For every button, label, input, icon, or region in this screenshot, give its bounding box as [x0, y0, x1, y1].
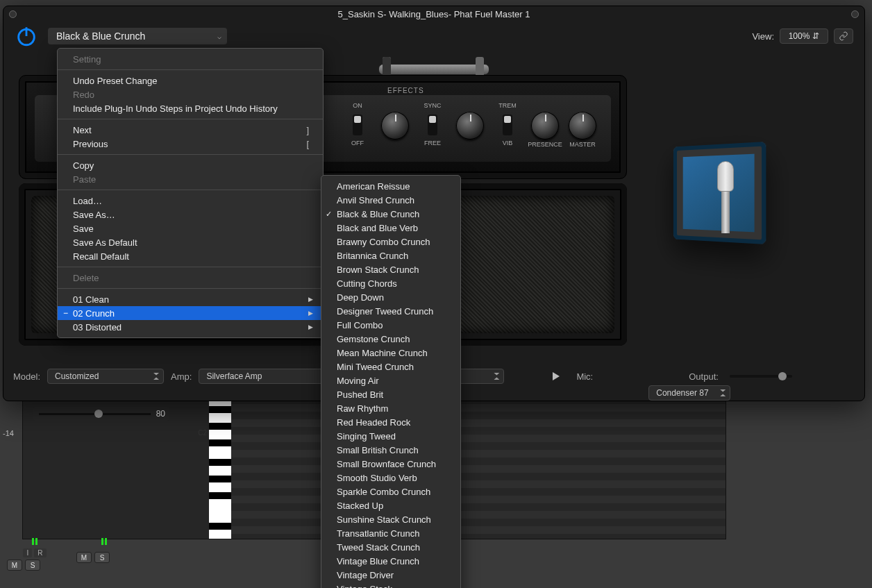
menu-item[interactable]: Save As Default: [58, 235, 323, 249]
amp-control[interactable]: ONOFF: [339, 99, 376, 149]
solo-button[interactable]: S: [94, 552, 110, 563]
model-dropdown[interactable]: Customized: [47, 369, 164, 384]
submenu-item[interactable]: Mean Machine Crunch: [321, 346, 460, 360]
menu-item[interactable]: Recall Default: [58, 249, 323, 263]
submenu-item[interactable]: Singing Tweed: [321, 429, 460, 443]
midi-grid[interactable]: [231, 396, 726, 539]
switch-icon[interactable]: [428, 115, 437, 135]
submenu-item[interactable]: Moving Air: [321, 373, 460, 387]
amp-control[interactable]: [451, 99, 489, 149]
knob-icon[interactable]: [381, 112, 409, 140]
submenu-item[interactable]: Anvil Shred Crunch: [321, 193, 460, 207]
menu-item[interactable]: 03 Distorted: [58, 320, 323, 334]
submenu-item[interactable]: Transatlantic Crunch: [321, 526, 460, 540]
submenu-item[interactable]: Sparkle Combo Crunch: [321, 485, 460, 498]
velocity-slider[interactable]: [39, 413, 151, 415]
submenu-item[interactable]: Black & Blue Crunch: [321, 207, 460, 221]
slider-thumb[interactable]: [94, 410, 103, 418]
channel-strip-2: MS: [76, 538, 132, 580]
submenu-item[interactable]: Vintage Driver: [321, 568, 460, 582]
submenu-item[interactable]: Brawny Combo Crunch: [321, 235, 460, 249]
submenu-item[interactable]: Deep Down: [321, 290, 460, 304]
shortcut-label: [: [306, 139, 309, 149]
submenu-item[interactable]: Red Headed Rock: [321, 415, 460, 429]
menu-item[interactable]: Undo Preset Change: [58, 74, 323, 87]
mute-button[interactable]: M: [76, 552, 92, 563]
control-top-label: TREM: [498, 102, 517, 110]
record-btn[interactable]: R: [34, 548, 46, 557]
menu-item: Redo: [58, 87, 323, 101]
menu-item[interactable]: Save: [58, 221, 323, 235]
submenu-item[interactable]: American Reissue: [321, 179, 460, 193]
effects-header: EFFECTS: [387, 87, 424, 94]
menu-item[interactable]: Include Plug-In Undo Steps in Project Un…: [58, 101, 323, 115]
submenu-item[interactable]: Designer Tweed Crunch: [321, 304, 460, 318]
submenu-item[interactable]: Vintage Blue Crunch: [321, 554, 460, 568]
menu-item[interactable]: Save As…: [58, 208, 323, 221]
input-btn[interactable]: I: [23, 548, 32, 557]
menu-item[interactable]: Next]: [58, 123, 323, 137]
amp-control[interactable]: TREMVIB: [489, 99, 526, 149]
menu-separator: [58, 154, 323, 155]
menu-item: Setting: [58, 52, 323, 66]
submenu-item[interactable]: Sunshine Stack Crunch: [321, 512, 460, 526]
microphone-icon[interactable]: [717, 161, 734, 230]
submenu-item[interactable]: Smooth Studio Verb: [321, 471, 460, 485]
submenu-item[interactable]: Britannica Crunch: [321, 249, 460, 262]
menu-item[interactable]: Copy: [58, 158, 323, 172]
submenu-item[interactable]: Small British Crunch: [321, 443, 460, 457]
link-button[interactable]: [834, 28, 853, 44]
submenu-item[interactable]: Stacked Up: [321, 498, 460, 512]
menu-separator: [58, 119, 323, 119]
amp-control[interactable]: SYNCFREE: [414, 99, 451, 149]
window-titlebar[interactable]: 5_Saskin S- Walking_Blues- Phat Fuel Mas…: [3, 6, 864, 22]
preset-dropdown[interactable]: Black & Blue Crunch ⌵: [48, 28, 227, 44]
submenu-item[interactable]: Cutting Chords: [321, 276, 460, 290]
amp-control[interactable]: [376, 99, 414, 149]
submenu-item[interactable]: Gemstone Crunch: [321, 332, 460, 346]
window-button[interactable]: [851, 10, 859, 18]
submenu-item[interactable]: Raw Rhythm: [321, 401, 460, 415]
control-bottom-label: OFF: [351, 140, 364, 148]
menu-separator: [58, 69, 323, 70]
submenu-item[interactable]: Full Combo: [321, 318, 460, 332]
menu-item[interactable]: 02 Crunch: [58, 306, 323, 320]
preset-name: Black & Blue Crunch: [56, 31, 145, 42]
zoom-dropdown[interactable]: 100%⇵: [780, 28, 828, 44]
switch-icon[interactable]: [503, 115, 512, 135]
submenu-item[interactable]: Tweed Stack Crunch: [321, 540, 460, 554]
submenu-item[interactable]: Mini Tweed Crunch: [321, 360, 460, 373]
plugin-toolbar: Black & Blue Crunch ⌵ View: 100%⇵: [3, 22, 864, 50]
knob-icon[interactable]: [531, 112, 559, 140]
chevron-down-icon: ⌵: [217, 33, 221, 40]
submenu-item[interactable]: Black and Blue Verb: [321, 221, 460, 235]
velocity-value: 80: [156, 409, 169, 419]
amp-control[interactable]: PRESENCE: [526, 99, 564, 149]
close-icon[interactable]: [9, 10, 17, 18]
mute-button[interactable]: M: [7, 560, 22, 571]
knob-icon[interactable]: [456, 112, 484, 140]
menu-item[interactable]: Previous[: [58, 137, 323, 151]
mic-dropdown[interactable]: Condenser 87: [648, 385, 730, 401]
amp-control[interactable]: MASTER: [564, 99, 601, 149]
piano-keys[interactable]: [209, 396, 231, 539]
mic-label: Mic:: [576, 371, 593, 382]
power-button[interactable]: [15, 24, 38, 48]
control-top-label: ON: [353, 102, 362, 110]
menu-item[interactable]: Load…: [58, 194, 323, 208]
preset-context-menu: SettingUndo Preset ChangeRedoInclude Plu…: [57, 48, 324, 338]
menu-item[interactable]: 01 Clean: [58, 292, 323, 306]
switch-icon[interactable]: [353, 115, 362, 135]
play-icon[interactable]: [553, 372, 560, 380]
submenu-item[interactable]: Vintage Stack: [321, 582, 460, 588]
speaker-cabinet-graphic: [669, 144, 780, 255]
submenu-item[interactable]: Small Brownface Crunch: [321, 457, 460, 471]
submenu-item[interactable]: Pushed Brit: [321, 387, 460, 401]
output-slider[interactable]: [730, 375, 792, 378]
shortcut-label: ]: [306, 125, 309, 135]
solo-button[interactable]: S: [25, 560, 40, 571]
submenu-item[interactable]: Brown Stack Crunch: [321, 262, 460, 276]
channel-strip-1: IR MS: [7, 538, 62, 580]
model-label: Model:: [13, 371, 40, 382]
knob-icon[interactable]: [569, 112, 596, 140]
